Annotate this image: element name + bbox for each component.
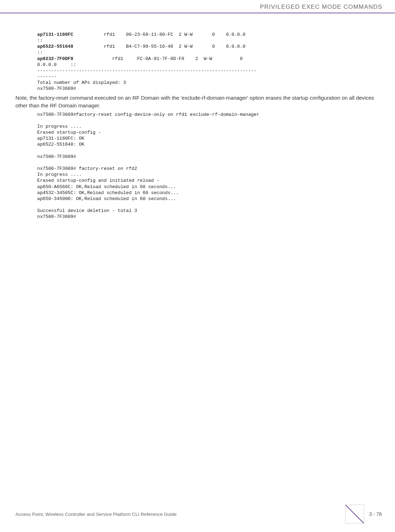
terminal-line: ap650-A6566C: OK,Reload scheduled in 60 … (37, 184, 176, 189)
footer-right-group: 3 - 78 (345, 505, 382, 524)
header-title: PRIVILEGED EXEC MODE COMMANDS (260, 4, 382, 10)
device-name: ap8232-7F0DF8 (37, 56, 73, 61)
terminal-line: Erased startup-config and initiated relo… (37, 178, 159, 183)
terminal-line: ------- (37, 74, 56, 79)
terminal-line: nx7500-7F3609#factory-reset config-devic… (37, 112, 259, 117)
terminal-line: nx7500-7F3609# (37, 154, 76, 159)
terminal-line: ap650-345000: OK,Reload scheduled in 60 … (37, 196, 176, 201)
terminal-line: In progress .... (37, 172, 82, 177)
terminal-line: :: (37, 50, 43, 55)
terminal-line: ap6522-551648: OK (37, 142, 85, 147)
slash-icon (345, 505, 364, 524)
terminal-block-1: ap7131-1180FC rfd1 00-23-68-11-80-FC 2 W… (37, 32, 381, 92)
terminal-line: Total number of APs displayed: 3 (37, 80, 126, 85)
terminal-line: rfd1 00-23-68-11-80-FC 2 W-W 0 0.0.0.0 (73, 32, 246, 37)
terminal-block-2: nx7500-7F3609#factory-reset config-devic… (37, 112, 381, 220)
page-number: 3 - 78 (369, 511, 382, 517)
terminal-line: In progress .... (37, 124, 82, 129)
terminal-line: ----------------------------------------… (37, 68, 256, 73)
terminal-line: rfd1 FC-0A-81-7F-0D-F8 2 W-W 0 (73, 56, 243, 61)
terminal-line: 0.0.0.0 :: (37, 62, 76, 67)
terminal-line: nx7500-7F3609# (37, 214, 76, 219)
terminal-line: rfd1 B4-C7-99-55-16-48 2 W-W 0 0.0.0.0 (73, 44, 246, 49)
device-name: ap6522-551648 (37, 44, 73, 49)
page-footer: Access Point, Wireless Controller and Se… (0, 505, 395, 524)
page-header: PRIVILEGED EXEC MODE COMMANDS (0, 0, 395, 13)
page-content: ap7131-1180FC rfd1 00-23-68-11-80-FC 2 W… (0, 13, 395, 220)
device-name: ap7131-1180FC (37, 32, 73, 37)
footer-title: Access Point, Wireless Controller and Se… (15, 512, 176, 517)
body-paragraph: Note, the factory-reset command executed… (15, 94, 381, 109)
terminal-line: ap4532-34505C: OK,Reload scheduled in 60… (37, 190, 179, 195)
terminal-line: Erased startup-config - (37, 130, 101, 135)
terminal-line: nx7500-7F3609# factory-reset on rfd2 (37, 166, 137, 171)
terminal-line: :: (37, 38, 43, 43)
terminal-line: Successful device deletion - total 3 (37, 208, 137, 213)
terminal-line: ap7131-1180FC: OK (37, 136, 85, 141)
terminal-line: nx7500-7F3609# (37, 86, 76, 91)
